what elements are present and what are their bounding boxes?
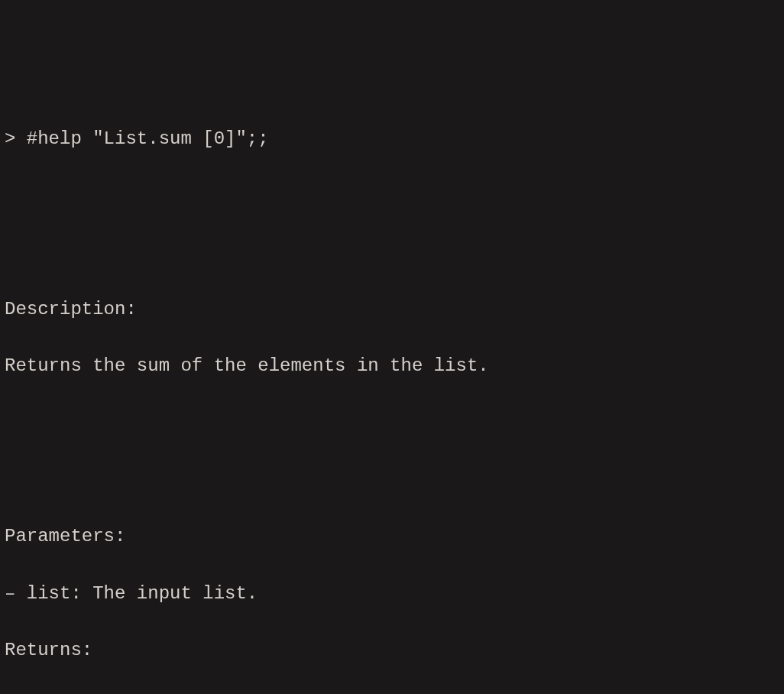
blank-line bbox=[5, 465, 779, 494]
repl-prompt-line[interactable]: > #help "List.sum [0]";; bbox=[5, 125, 779, 153]
blank-line bbox=[5, 409, 779, 437]
description-header: Description: bbox=[5, 295, 779, 323]
blank-line bbox=[5, 181, 779, 209]
blank-line bbox=[5, 238, 779, 267]
parameters-header: Parameters: bbox=[5, 522, 779, 550]
returns-header: Returns: bbox=[5, 636, 779, 664]
parameters-line: – list: The input list. bbox=[5, 579, 779, 608]
description-text: Returns the sum of the elements in the l… bbox=[5, 352, 779, 380]
